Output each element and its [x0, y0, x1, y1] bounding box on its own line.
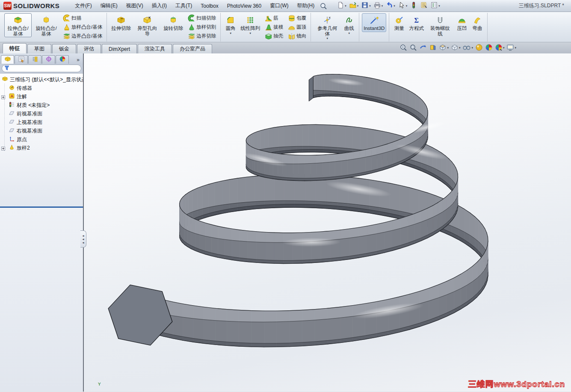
tree-item[interactable]: 材质 <未指定>	[0, 101, 83, 109]
shell-button[interactable]: 抽壳	[263, 32, 284, 41]
menu-help[interactable]: 帮助(H)	[293, 0, 319, 12]
boundary-boss-base-button[interactable]: 边界凸台/基体	[61, 32, 104, 41]
swept-cut-button[interactable]: 扫描切除	[186, 14, 217, 23]
tree-item[interactable]: 原点	[0, 135, 83, 144]
instant3d-button[interactable]: Instant3D	[362, 13, 386, 32]
expand-plus-box[interactable]	[1, 146, 5, 152]
spring-model[interactable]	[84, 53, 570, 392]
tree-item[interactable]: 前视基准面	[0, 109, 83, 118]
tree-item[interactable]: 传感器	[0, 84, 83, 92]
appearance-options-button[interactable]: ▾	[495, 44, 505, 53]
tree-item[interactable]: 放样2	[0, 144, 83, 152]
dropdown-arrow-icon[interactable]: ▾	[345, 4, 346, 8]
view-settings-button[interactable]: ▾	[506, 44, 516, 53]
edit-appearance-button[interactable]	[475, 44, 483, 53]
dropdown-arrow-icon[interactable]: ▾	[459, 46, 461, 50]
equations-button[interactable]: Σ方程式	[407, 13, 426, 32]
options-button[interactable]	[419, 1, 429, 11]
menu-search-icon[interactable]	[320, 2, 327, 10]
measure-button[interactable]: 测量	[392, 13, 406, 32]
dropdown-arrow-icon[interactable]: ▾	[471, 46, 473, 50]
previous-view-button[interactable]	[419, 44, 427, 53]
menu-edit[interactable]: 编辑(E)	[96, 0, 122, 12]
undo-button[interactable]: ▾	[385, 1, 396, 11]
tab-sheet-metal[interactable]: 钣金	[52, 44, 76, 53]
lofted-boss-base-button[interactable]: 放样凸台/基体	[61, 23, 104, 32]
print-button[interactable]: ▾	[373, 1, 384, 11]
dropdown-arrow-icon[interactable]: ▾	[249, 32, 251, 35]
extruded-boss-base-button[interactable]: 拉伸凸台/基体	[4, 13, 32, 37]
dropdown-arrow-icon[interactable]: ▾	[326, 37, 328, 40]
fillet-button[interactable]: 圆角▾	[223, 13, 238, 35]
tree-item[interactable]: 右视基准面	[0, 127, 83, 135]
dropdown-arrow-icon[interactable]: ▾	[503, 46, 505, 50]
curves-button[interactable]: 曲线▾	[342, 13, 356, 35]
graphics-viewport[interactable]: Y 三维网www.3dportal.cn	[84, 53, 571, 392]
apply-scene-button[interactable]	[485, 44, 493, 53]
menu-file[interactable]: 文件(F)	[71, 0, 96, 12]
mirror-button[interactable]: 镜向	[286, 32, 308, 41]
wrap-button[interactable]: 包覆	[286, 14, 308, 23]
tab-sketch[interactable]: 草图	[27, 44, 51, 53]
propertymanager-tab[interactable]	[15, 55, 28, 64]
select-cursor-button[interactable]: ▾	[397, 1, 408, 11]
extruded-cut-button[interactable]: 拉伸切除	[109, 13, 133, 32]
tab-office-products[interactable]: 办公室产品	[173, 44, 212, 53]
swept-boss-base-button[interactable]: 扫描	[61, 14, 104, 23]
dropdown-arrow-icon[interactable]: ▾	[382, 4, 383, 8]
menu-window[interactable]: 窗口(W)	[266, 0, 293, 12]
open-button[interactable]: ▾	[348, 1, 360, 11]
zoom-area-button[interactable]	[409, 44, 417, 53]
tab-render-tools[interactable]: 渲染工具	[138, 44, 172, 53]
tree-item[interactable]: 上视基准面	[0, 118, 83, 127]
menu-insert[interactable]: 插入(I)	[148, 0, 171, 12]
dropdown-arrow-icon[interactable]: ▾	[357, 4, 359, 8]
tree-item[interactable]: A注解	[0, 92, 83, 101]
hide-show-items-button[interactable]: ▾	[462, 44, 473, 52]
menu-view[interactable]: 视图(V)	[122, 0, 148, 12]
dropdown-arrow-icon[interactable]: ▾	[230, 32, 231, 35]
dropdown-arrow-icon[interactable]: ▾	[369, 4, 371, 8]
display-style-button[interactable]: ▾	[451, 44, 461, 53]
rib-button[interactable]: 筋	[263, 14, 284, 23]
dropdown-arrow-icon[interactable]: ▾	[515, 46, 516, 50]
rebuild-button[interactable]	[409, 1, 418, 11]
dropdown-arrow-icon[interactable]: ▾	[406, 4, 408, 8]
menu-photoview-360[interactable]: PhotoView 360	[223, 1, 266, 11]
cosmetic-thread-button[interactable]: 装饰螺纹线	[426, 13, 454, 37]
view-orientation-button[interactable]: ▾	[439, 44, 449, 53]
tree-filter-input[interactable]	[11, 66, 79, 71]
panel-splitter-handle[interactable]: ◄◄◄	[80, 230, 86, 248]
flex-button[interactable]: 弯曲	[470, 13, 485, 32]
hole-wizard-button[interactable]: 异型孔向导	[133, 13, 161, 37]
linear-pattern-button[interactable]: 线性阵列▾	[239, 13, 262, 35]
save-button[interactable]: ▾	[360, 1, 372, 11]
featuremanager-tab[interactable]	[1, 55, 14, 64]
tab-dimxpert[interactable]: DimXpert	[102, 44, 137, 53]
boundary-cut-button[interactable]: 边界切除	[186, 32, 217, 41]
tab-evaluate[interactable]: 评估	[77, 44, 101, 53]
dropdown-arrow-icon[interactable]: ▾	[348, 32, 350, 35]
tab-features[interactable]: 特征	[3, 43, 27, 53]
expand-plus-box[interactable]	[1, 94, 5, 100]
zoom-fit-button[interactable]	[399, 44, 407, 53]
indent-button[interactable]: 压凹	[455, 13, 469, 32]
displaymanager-tab[interactable]	[56, 55, 69, 64]
draft-button[interactable]: 拔模	[263, 23, 284, 32]
file-properties-button[interactable]: ▾	[429, 1, 441, 11]
dome-button[interactable]: 圆顶	[286, 23, 308, 32]
revolved-boss-base-button[interactable]: 旋转凸台/基体	[33, 13, 60, 37]
dropdown-arrow-icon[interactable]: ▾	[393, 4, 395, 8]
configurationmanager-tab[interactable]	[28, 55, 41, 64]
menu-toolbox[interactable]: Toolbox	[196, 1, 222, 11]
section-view-button[interactable]	[429, 44, 437, 53]
tree-item-root[interactable]: 三维练习 (默认<<默认>_显示状态	[0, 75, 83, 84]
new-document-button[interactable]: ▾	[336, 1, 347, 11]
panel-overflow-chevron[interactable]: »	[77, 57, 82, 64]
dimxpertmanager-tab[interactable]	[42, 55, 55, 64]
dropdown-arrow-icon[interactable]: ▾	[447, 46, 449, 50]
reference-geometry-button[interactable]: 参考几何体▾	[314, 13, 341, 41]
menu-tools[interactable]: 工具(T)	[171, 0, 196, 12]
lofted-cut-button[interactable]: 放样切割	[186, 23, 217, 32]
revolved-cut-button[interactable]: 旋转切除	[162, 13, 185, 32]
